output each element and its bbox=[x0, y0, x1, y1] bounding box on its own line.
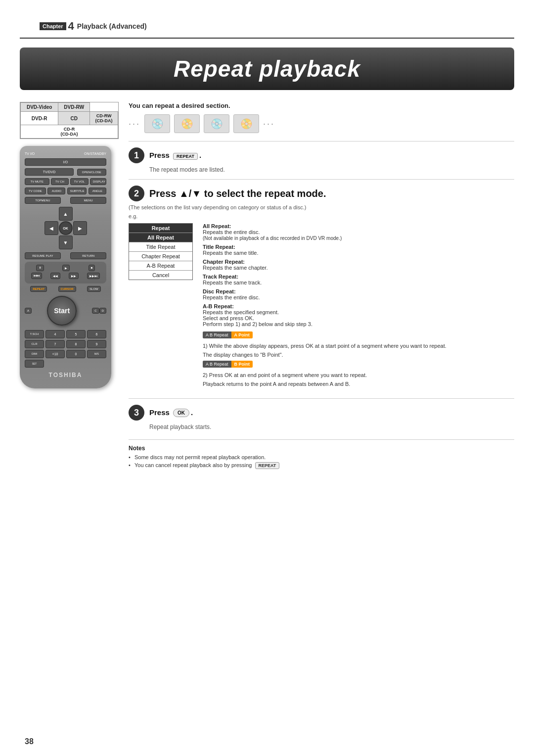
btn-4[interactable]: 4 bbox=[45, 330, 65, 338]
repeat-menu-table: Repeat All Repeat Title Repeat Chapter R… bbox=[129, 223, 193, 280]
tv-mute-button[interactable]: TV MUTE bbox=[25, 178, 49, 185]
step-2-instruction: Press ▲/▼ to select the repeat mode. bbox=[149, 188, 326, 199]
dpad-right-button[interactable]: ▶ bbox=[73, 221, 87, 235]
btn-8[interactable]: 8 bbox=[66, 340, 86, 348]
tv-ch-button[interactable]: TV CH bbox=[51, 178, 69, 185]
next-chapter-button[interactable]: ▶▶⏭ bbox=[87, 273, 100, 279]
chapter-label: Chapter bbox=[40, 22, 66, 30]
chapter-repeat-label: Chapter Repeat: bbox=[203, 259, 514, 265]
btn-7[interactable]: 7 bbox=[45, 340, 65, 348]
remote-resume-row: RESUME PLAY RETURN bbox=[25, 252, 106, 259]
d-button[interactable]: D bbox=[99, 308, 106, 314]
you-can-text: You can repeat a desired section. bbox=[129, 102, 514, 109]
notes-section: Notes Some discs may not permit repeat p… bbox=[129, 439, 514, 469]
play-button[interactable]: ▶ bbox=[62, 265, 70, 271]
dots-left: ··· bbox=[129, 119, 140, 129]
open-close-button[interactable]: OPEN/CLOSE bbox=[77, 169, 106, 176]
btn-6[interactable]: 6 bbox=[87, 330, 106, 338]
repeat-menu-layout: Repeat All Repeat Title Repeat Chapter R… bbox=[129, 223, 514, 388]
step-1-circle: 1 bbox=[129, 147, 144, 163]
top-menu-button[interactable]: TOPMENU bbox=[25, 197, 61, 204]
tsearch-button[interactable]: T.SCH bbox=[25, 330, 44, 338]
desc-chapter-repeat: Chapter Repeat: Repeats the same chapter… bbox=[203, 259, 514, 271]
remote-control: TV I/O ON/STANDBY I/O TV/DVD OPEN/CLOSE … bbox=[20, 146, 111, 388]
slow-button[interactable]: SLOW bbox=[87, 286, 101, 292]
dpad-down-button[interactable]: ▼ bbox=[59, 236, 73, 249]
track-repeat-text: Repeats the same track. bbox=[203, 280, 514, 285]
remote-mute-row: TV MUTE TV CH TV VOL DISPLAY bbox=[25, 178, 106, 185]
disc-icon-1: 💿 bbox=[144, 114, 170, 133]
chapter-number: 4 bbox=[68, 20, 74, 33]
audio-button[interactable]: AUDIO bbox=[47, 188, 65, 194]
ab-indicator-2: A B Repeat B Point bbox=[203, 361, 253, 368]
btn-5[interactable]: 5 bbox=[66, 330, 86, 338]
disc-dvd-video: DVD-Video bbox=[21, 103, 58, 112]
prev-chapter-button[interactable]: ⏮⏮ bbox=[31, 273, 42, 279]
pause-button[interactable]: ⏸ bbox=[36, 265, 44, 271]
main-layout: DVD-Video DVD-RW DVD-R CD CD-RW(CD-DA) C… bbox=[0, 102, 534, 471]
disc-repeat-label: Disc Repeat: bbox=[203, 288, 514, 294]
btn-0[interactable]: 0 bbox=[66, 350, 86, 358]
a-button[interactable]: A bbox=[25, 308, 32, 314]
ab-step1-text: 1) While the above display appears, pres… bbox=[203, 343, 514, 349]
disc-icon-4: 📀 bbox=[233, 114, 259, 133]
dimmer-button[interactable]: DIM bbox=[25, 350, 44, 358]
tv-dvd-button[interactable]: TV/DVD bbox=[25, 168, 74, 176]
subtitle-button[interactable]: SUBTITLE bbox=[67, 188, 87, 194]
step-1-instruction: Press REPEAT. bbox=[149, 151, 201, 159]
disc-dvd-rw: DVD-RW bbox=[58, 103, 90, 112]
remote-tv-dvd-row: TV/DVD OPEN/CLOSE bbox=[25, 168, 106, 176]
left-column: DVD-Video DVD-RW DVD-R CD CD-RW(CD-DA) C… bbox=[20, 102, 119, 471]
display-button[interactable]: DISPLAY bbox=[90, 178, 106, 185]
dots-right: ··· bbox=[263, 119, 275, 129]
resume-play-button[interactable]: RESUME PLAY bbox=[25, 252, 61, 259]
btn-plus10[interactable]: +10 bbox=[45, 350, 65, 358]
step-1-sub: The repeat modes are listed. bbox=[149, 166, 514, 173]
title-repeat-text: Repeats the same title. bbox=[203, 250, 514, 256]
menu-item-repeat: Repeat bbox=[129, 224, 192, 233]
start-button[interactable]: Start bbox=[47, 296, 77, 326]
disc-icon-2: 📀 bbox=[174, 114, 200, 133]
playback-returns-text: Playback returns to the point A and repe… bbox=[203, 381, 514, 387]
ab-repeat-text: Repeats the specified segment.Select and… bbox=[203, 309, 514, 327]
display-changes-text: The display changes to "B Point". bbox=[203, 352, 514, 358]
eg-label: e.g. bbox=[129, 213, 514, 219]
note-repeat-button-img: REPEAT bbox=[255, 462, 280, 469]
fwd-button[interactable]: ▶▶ bbox=[69, 273, 79, 279]
step-1-block: 1 Press REPEAT. The repeat modes are lis… bbox=[129, 141, 514, 177]
ok-center-button[interactable]: OK bbox=[59, 221, 73, 235]
cursor-button[interactable]: CURSOR bbox=[58, 286, 76, 292]
repeat-menu-box: Repeat All Repeat Title Repeat Chapter R… bbox=[129, 223, 193, 388]
tv-vol-button[interactable]: TV VOL bbox=[70, 178, 88, 185]
disc-icon-3: 💿 bbox=[204, 114, 229, 133]
disc-repeat-text: Repeats the entire disc. bbox=[203, 294, 514, 300]
disc-cdr-cda: CD-R(CD-DA) bbox=[21, 125, 118, 139]
stop-button[interactable]: ■ bbox=[89, 265, 95, 271]
notes-title: Notes bbox=[129, 445, 514, 452]
chapter-bar: Chapter 4 Playback (Advanced) bbox=[20, 15, 514, 39]
menu-button[interactable]: MENU bbox=[70, 197, 106, 204]
transport-section: ⏸ ▶ ■ ⏮⏮ ◀◀ ▶▶ ▶▶⏭ bbox=[25, 262, 106, 284]
clear-button[interactable]: CLR bbox=[25, 340, 44, 348]
btn-9[interactable]: 9 bbox=[87, 340, 106, 348]
c-button[interactable]: C bbox=[92, 308, 99, 314]
note-1: Some discs may not permit repeat playbac… bbox=[129, 454, 514, 460]
io-button[interactable]: I/O bbox=[25, 158, 106, 166]
desc-disc-repeat: Disc Repeat: Repeats the entire disc. bbox=[203, 288, 514, 300]
dpad-up-button[interactable]: ▲ bbox=[59, 207, 73, 221]
ab-ind2-left: A B Repeat bbox=[203, 361, 231, 368]
rew-button[interactable]: ◀◀ bbox=[50, 273, 60, 279]
track-repeat-label: Track Repeat: bbox=[203, 274, 514, 280]
return-button[interactable]: RETURN bbox=[70, 252, 106, 259]
main-sub-button[interactable]: M/S bbox=[87, 350, 106, 358]
dpad-left-button[interactable]: ◀ bbox=[44, 221, 58, 235]
angle-button[interactable]: ANGLE bbox=[89, 188, 106, 194]
all-repeat-label: All Repeat: bbox=[203, 223, 514, 229]
step-3-header: 3 Press OK. bbox=[129, 405, 514, 421]
repeat-button[interactable]: REPEAT bbox=[30, 286, 47, 292]
tv-code-button[interactable]: TV CODE bbox=[25, 188, 46, 194]
repeat-key-img: REPEAT bbox=[173, 153, 198, 160]
desc-all-repeat: All Repeat: Repeats the entire disc.(Not… bbox=[203, 223, 514, 241]
setup-button[interactable]: SET bbox=[25, 360, 44, 368]
step-3-instruction: Press OK. bbox=[149, 408, 193, 418]
